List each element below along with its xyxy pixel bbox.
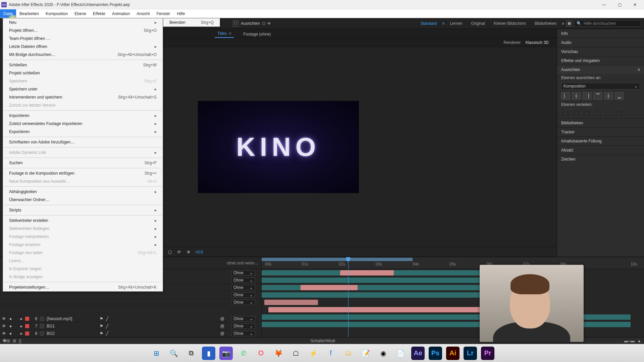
maximize-button[interactable]: ▢ xyxy=(612,0,627,9)
menu-item[interactable]: Exportieren▸ xyxy=(3,128,163,136)
menu-item[interactable]: Zuletzt verwendetes Footage importieren▸ xyxy=(3,120,163,128)
label-color[interactable] xyxy=(25,324,29,328)
layer-row[interactable]: 👁●▸7BG1⚑╱@Ohne⌄ xyxy=(0,322,261,330)
align-vcenter-button[interactable]: ┼ xyxy=(604,92,613,100)
solo-toggle[interactable]: ● xyxy=(9,316,12,321)
menu-item[interactable]: Skripts▸ xyxy=(3,206,163,214)
workspace-biblio[interactable]: Bibliotheken xyxy=(531,21,560,26)
view3-icon[interactable]: ▢ xyxy=(167,249,173,255)
panel-absatz[interactable]: Absatz xyxy=(557,145,644,155)
fx-icon[interactable]: ⚑ xyxy=(100,316,103,321)
footer-label[interactable]: Schalter/Modi xyxy=(311,339,335,343)
taskbar-figure-icon[interactable]: ☖ xyxy=(289,347,303,360)
menu-item[interactable]: Mit Bridge durchsuchen…Strg+Alt+Umschalt… xyxy=(3,51,163,59)
menu-item[interactable]: Projekteinstellungen…Strg+Alt+Umschalt+K xyxy=(3,283,163,291)
panel-effekte[interactable]: Effekte und Vorgaben xyxy=(557,56,644,65)
menu-effekte[interactable]: Effekte xyxy=(90,9,109,18)
menu-animation[interactable]: Animation xyxy=(109,9,133,18)
menu-item[interactable]: Neu▸ xyxy=(3,18,163,26)
layer-row[interactable]: 👁●▸8BG2⚑╱@Ohne⌄ xyxy=(0,330,261,337)
close-button[interactable]: ✕ xyxy=(627,0,643,9)
align-top-button[interactable]: ▔ xyxy=(593,92,602,100)
panel-tracker[interactable]: Tracker xyxy=(557,127,644,136)
expand-icon[interactable]: ▸ xyxy=(20,324,22,328)
exposure-icon[interactable]: ✲ xyxy=(185,249,192,255)
expand-icon[interactable]: ▸ xyxy=(20,331,22,336)
solo-toggle[interactable]: ● xyxy=(9,324,12,328)
panel-vorschau[interactable]: Vorschau xyxy=(557,47,644,56)
label-color[interactable] xyxy=(25,331,29,336)
menu-item[interactable]: Projekt öffnen…Strg+O xyxy=(3,26,163,35)
layer-name[interactable]: [Swoosh.mp3] xyxy=(47,316,97,321)
exposure-value[interactable]: +0,0 xyxy=(195,250,203,254)
menu-komposition[interactable]: Komposition xyxy=(42,9,71,18)
panel-menu-icon[interactable]: ≡ xyxy=(638,67,640,72)
visibility-toggle[interactable]: 👁 xyxy=(2,324,7,328)
label-color[interactable] xyxy=(25,317,29,321)
toggle-brace-icon[interactable]: {} xyxy=(19,339,21,343)
menu-item[interactable]: Überwachter Ordner… xyxy=(3,196,163,204)
toggle-modes-icon[interactable]: ⊞ xyxy=(13,339,16,343)
menu-item[interactable]: Speichern unter▸ xyxy=(3,85,163,93)
help-search-input[interactable]: 🔍 Hilfe durchsuchen xyxy=(574,20,641,27)
parent-dropdown[interactable]: Ohne⌄ xyxy=(231,300,255,305)
tab-menu-icon[interactable]: ≡ xyxy=(229,31,231,36)
taskbar-notes-icon[interactable]: 📝 xyxy=(359,347,372,360)
visibility-toggle[interactable]: 👁 xyxy=(2,331,7,336)
toggle-switches-icon[interactable]: �⊞ xyxy=(3,339,10,343)
align-left-button[interactable]: ▏ xyxy=(561,92,570,100)
menu-item[interactable]: Importieren▸ xyxy=(3,112,163,120)
tab-titles[interactable]: Titles≡ xyxy=(215,30,234,38)
snap-checkbox[interactable]: ☐ xyxy=(233,20,239,26)
parent-dropdown[interactable]: Ohne⌄ xyxy=(231,323,255,329)
parent-pick-icon[interactable]: @ xyxy=(220,331,224,336)
taskbar-camera-icon[interactable]: 📷 xyxy=(219,347,233,360)
taskbar-windows-icon[interactable]: ⊞ xyxy=(150,347,163,360)
align-bottom-button[interactable]: ▁ xyxy=(615,92,624,100)
zoom-slider-icon[interactable]: ▲ xyxy=(637,339,641,343)
taskbar-ps-icon[interactable]: Ps xyxy=(429,347,442,360)
taskbar-messenger-icon[interactable]: ⚡ xyxy=(307,347,320,360)
tab-footage[interactable]: Footage (ohne) xyxy=(240,31,273,38)
menu-item[interactable]: Stellvertreter erstellen▸ xyxy=(3,217,163,225)
taskbar-taskview-icon[interactable]: ⧉ xyxy=(184,347,198,360)
layer-row[interactable]: 👁●▸6[Swoosh.mp3]⚑╱@Ohne⌄ xyxy=(0,315,261,322)
workspace-overflow-icon[interactable]: » xyxy=(562,21,564,26)
panel-toggle-button[interactable]: ▦ xyxy=(566,20,572,26)
parent-dropdown[interactable]: Ohne⌄ xyxy=(231,316,255,321)
panel-zeichen[interactable]: Zeichen xyxy=(557,155,644,164)
parent-pick-icon[interactable]: @ xyxy=(220,316,224,321)
taskbar-search-icon[interactable]: 🔍 xyxy=(167,347,180,360)
menu-item[interactable]: SuchenStrg+F xyxy=(3,159,163,167)
motion-blur-icon[interactable]: ╱ xyxy=(106,331,108,336)
visibility-toggle[interactable]: 👁 xyxy=(2,316,7,321)
expand-icon[interactable]: ▸ xyxy=(20,316,22,321)
taskbar-whatsapp-icon[interactable]: ✆ xyxy=(237,347,250,360)
renderer-value[interactable]: Klassisch 3D xyxy=(526,40,549,45)
menu-ansicht[interactable]: Ansicht xyxy=(133,9,153,18)
menu-item[interactable]: Team-Projekt öffnen … xyxy=(3,35,163,43)
menu-ebene[interactable]: Ebene xyxy=(71,9,90,18)
menu-item[interactable]: Footage in die Komposition einfügenStrg+… xyxy=(3,169,163,177)
align-right-button[interactable]: ▕ xyxy=(583,92,591,100)
parent-dropdown[interactable]: Ohne⌄ xyxy=(231,331,255,336)
panel-audio[interactable]: Audio xyxy=(557,38,644,47)
taskbar-explorer-icon[interactable]: 🗂 xyxy=(341,347,355,360)
menu-fenster[interactable]: Fenster xyxy=(153,9,174,18)
menu-item[interactable]: SchließenStrg+W xyxy=(3,61,163,69)
menu-item[interactable]: Abhängigkeiten▸ xyxy=(3,188,163,196)
layer-name[interactable]: BG1 xyxy=(47,324,97,328)
taskbar-ae-icon[interactable]: Ae xyxy=(411,347,425,360)
fx-icon[interactable]: ⚑ xyxy=(100,331,103,336)
parent-pick-icon[interactable]: @ xyxy=(220,324,224,328)
work-area-bar[interactable] xyxy=(262,258,413,261)
timeline-ruler[interactable]: 00s01s02s03s04s05s06s07s08s10s xyxy=(262,257,644,269)
workspace-standard[interactable]: Standard xyxy=(417,21,440,26)
taskbar-ai-icon[interactable]: Ai xyxy=(446,347,460,360)
menu-item[interactable]: Projekt schließen xyxy=(3,69,163,77)
taskbar-notepad-icon[interactable]: 📄 xyxy=(394,347,407,360)
taskbar-lr-icon[interactable]: Lr xyxy=(464,347,477,360)
magnet-icon[interactable]: ⬡ xyxy=(262,21,265,26)
parent-dropdown[interactable]: Ohne⌄ xyxy=(231,278,255,283)
solo-toggle[interactable]: ● xyxy=(9,331,12,336)
